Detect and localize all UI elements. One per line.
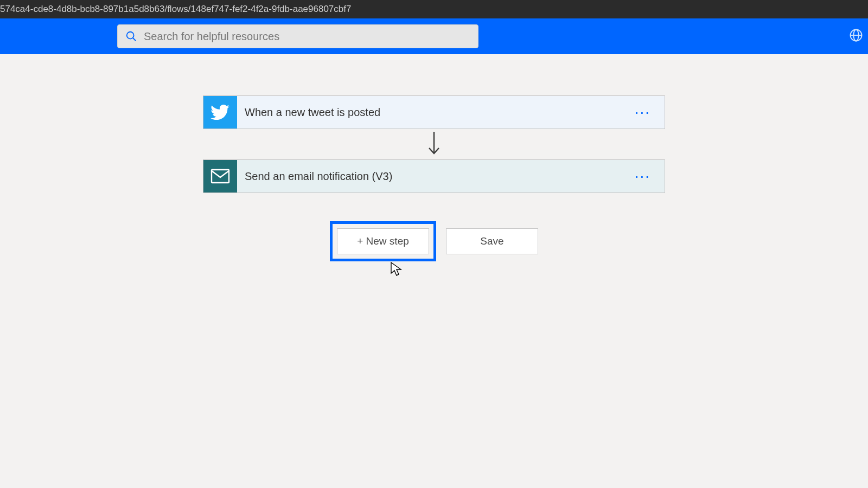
address-url: 574ca4-cde8-4d8b-bcb8-897b1a5d8b63/flows… [0, 4, 351, 15]
flow-arrow-icon [427, 129, 441, 159]
button-row: + New step Save [330, 221, 538, 261]
save-button[interactable]: Save [446, 228, 538, 254]
mail-icon [203, 160, 237, 192]
trigger-title: When a new tweet is posted [245, 106, 630, 119]
svg-line-1 [133, 38, 136, 41]
svg-point-0 [127, 32, 134, 39]
action-menu-icon[interactable]: ··· [630, 174, 655, 179]
save-label: Save [480, 235, 503, 247]
action-title: Send an email notification (V3) [245, 170, 630, 183]
action-card[interactable]: Send an email notification (V3) ··· [203, 159, 665, 193]
svg-rect-6 [212, 170, 229, 183]
cursor-icon [390, 261, 404, 278]
search-input[interactable] [144, 30, 470, 43]
new-step-highlight: + New step [330, 221, 436, 261]
search-box[interactable] [117, 24, 478, 48]
trigger-card[interactable]: When a new tweet is posted ··· [203, 95, 665, 129]
environment-icon[interactable] [848, 28, 864, 45]
app-header [0, 18, 868, 54]
flow-canvas: When a new tweet is posted ··· Send an e… [0, 54, 868, 261]
browser-address-bar[interactable]: 574ca4-cde8-4d8b-bcb8-897b1a5d8b63/flows… [0, 0, 868, 18]
new-step-label: + New step [357, 235, 409, 247]
twitter-icon [203, 96, 237, 129]
search-icon [125, 30, 137, 42]
new-step-button[interactable]: + New step [337, 228, 429, 254]
trigger-menu-icon[interactable]: ··· [630, 110, 655, 115]
